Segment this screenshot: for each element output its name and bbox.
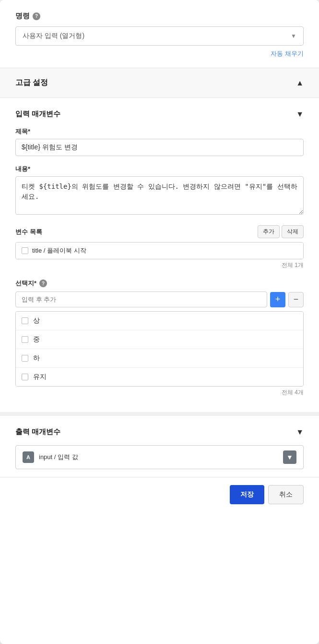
content-field-group: 내용* 티켓 ${title}의 위험도를 변경할 수 있습니다. 변경하지 않… — [15, 165, 304, 217]
list-item: title / 플레이북 시작 — [16, 243, 303, 259]
variable-item-text-1: title / 플레이북 시작 — [32, 246, 86, 255]
output-item-left: A input / 입력 값 — [23, 451, 78, 463]
input-params-section: 입력 매개변수 ▼ 제목* 내용* 티켓 ${title}의 위험도를 변경할 … — [0, 98, 319, 412]
variable-delete-button[interactable]: 삭제 — [282, 225, 304, 238]
choice-checkbox-2[interactable] — [22, 336, 28, 343]
output-params-section: 출력 매개변수 ▼ A input / 입력 값 ▼ — [0, 416, 319, 477]
list-item: 유지 — [16, 368, 303, 386]
advanced-settings-chevron: ▲ — [296, 79, 304, 87]
variable-title: 변수 목록 — [15, 228, 42, 236]
input-params-header: 입력 매개변수 ▼ — [15, 109, 304, 119]
choice-item-text-3: 하 — [33, 354, 40, 363]
choices-header: 선택지* ? — [15, 279, 304, 288]
choice-item-text-1: 상 — [33, 316, 40, 325]
output-params-title: 출력 매개변수 — [15, 427, 60, 437]
choices-input-field[interactable] — [15, 292, 267, 307]
output-params-chevron[interactable]: ▼ — [296, 428, 304, 437]
command-title-text: 명령 — [15, 12, 30, 21]
choices-section: 선택지* ? + − 상 중 하 — [15, 279, 304, 397]
choices-input-row: + − — [15, 292, 304, 307]
choices-help-icon[interactable]: ? — [39, 279, 47, 287]
choices-add-button[interactable]: + — [270, 292, 285, 307]
choices-count: 전체 4개 — [15, 389, 304, 397]
cancel-button[interactable]: 취소 — [268, 485, 304, 504]
title-field-label: 제목* — [15, 127, 304, 136]
auto-fill-link[interactable]: 자동 채우기 — [271, 49, 304, 58]
footer-bar: 저장 취소 — [0, 477, 319, 512]
advanced-settings-section[interactable]: 고급 설정 ▲ — [0, 68, 319, 97]
output-badge: A — [23, 451, 34, 463]
output-chevron-button[interactable]: ▼ — [283, 450, 296, 464]
output-item: A input / 입력 값 ▼ — [15, 445, 304, 469]
choices-remove-button[interactable]: − — [288, 292, 304, 307]
choice-item-text-2: 중 — [33, 335, 40, 344]
choices-title: 선택지* — [15, 279, 36, 288]
title-field-input[interactable] — [15, 139, 304, 156]
advanced-settings-label: 고급 설정 — [15, 78, 48, 88]
choice-item-text-4: 유지 — [33, 373, 47, 381]
main-container: 명령 ? 사용자 입력 (열거형) ▼ 자동 채우기 고급 설정 ▲ 입력 매개… — [0, 0, 319, 644]
content-field-label: 내용* — [15, 165, 304, 173]
output-item-text: input / 입력 값 — [39, 453, 78, 462]
command-help-icon[interactable]: ? — [33, 12, 40, 20]
list-item: 상 — [16, 312, 303, 330]
choice-checkbox-1[interactable] — [22, 317, 28, 324]
input-params-title: 입력 매개변수 — [15, 109, 60, 119]
choices-list: 상 중 하 유지 — [15, 311, 304, 387]
list-item: 중 — [16, 330, 303, 349]
save-button[interactable]: 저장 — [230, 485, 264, 504]
list-item: 하 — [16, 349, 303, 368]
variable-section: 변수 목록 추가 삭제 title / 플레이북 시작 전체 1개 — [15, 225, 304, 269]
choice-checkbox-3[interactable] — [22, 355, 28, 362]
command-label: 명령 ? — [15, 12, 304, 21]
command-select-chevron: ▼ — [291, 33, 296, 39]
section-divider — [0, 412, 319, 416]
choice-checkbox-4[interactable] — [22, 374, 28, 380]
command-section: 명령 ? 사용자 입력 (열거형) ▼ 자동 채우기 — [0, 0, 319, 68]
variable-list: title / 플레이북 시작 — [15, 242, 304, 259]
variable-header: 변수 목록 추가 삭제 — [15, 225, 304, 238]
variable-checkbox-1[interactable] — [22, 247, 28, 254]
variable-btn-group: 추가 삭제 — [258, 225, 304, 238]
command-select[interactable]: 사용자 입력 (열거형) ▼ — [15, 26, 304, 46]
auto-fill-container: 자동 채우기 — [15, 49, 304, 58]
variable-add-button[interactable]: 추가 — [258, 225, 280, 238]
variable-count: 전체 1개 — [15, 261, 304, 269]
title-field-group: 제목* — [15, 127, 304, 156]
output-params-header: 출력 매개변수 ▼ — [15, 427, 304, 437]
content-field-textarea[interactable]: 티켓 ${title}의 위험도를 변경할 수 있습니다. 변경하지 않으려면 … — [15, 176, 304, 215]
input-params-chevron[interactable]: ▼ — [296, 110, 304, 119]
command-select-value: 사용자 입력 (열거형) — [23, 32, 84, 40]
